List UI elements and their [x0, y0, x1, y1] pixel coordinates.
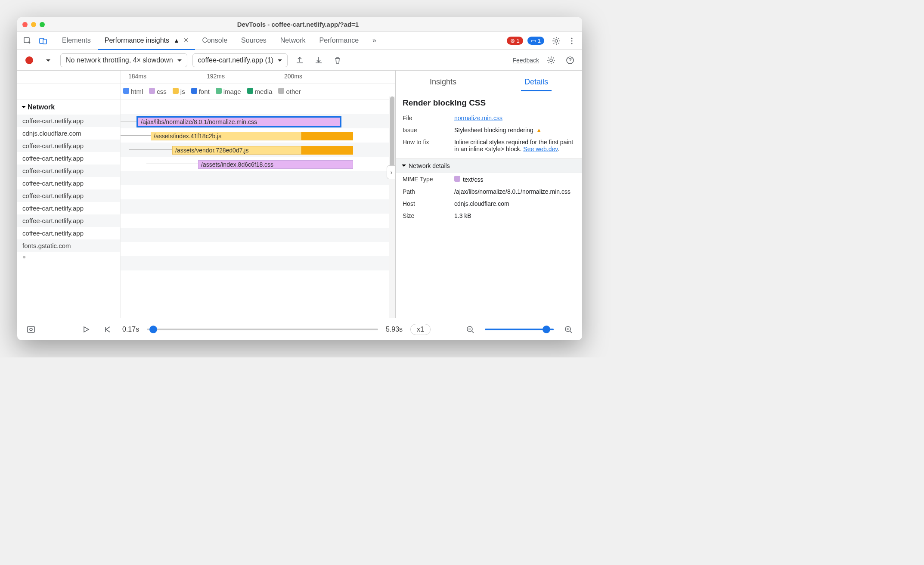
time-start: 0.17s: [122, 326, 139, 333]
tab-network[interactable]: Network: [273, 31, 313, 50]
host-row[interactable]: coffee-cart.netlify.app: [17, 227, 120, 239]
throttling-select[interactable]: No network throttling, 4× slowdown: [60, 53, 187, 67]
chevron-down-icon: [278, 59, 282, 64]
tab-insights[interactable]: Insights: [426, 73, 460, 91]
record-button[interactable]: [22, 53, 36, 67]
path-label: Path: [403, 188, 450, 195]
device-toggle-icon[interactable]: [36, 34, 50, 48]
help-icon[interactable]: [563, 53, 577, 67]
inspect-icon[interactable]: [21, 34, 34, 48]
host-row[interactable]: coffee-cart.netlify.app: [17, 177, 120, 189]
panel-settings-icon[interactable]: [544, 53, 558, 67]
host-row[interactable]: cdnjs.cloudflare.com: [17, 127, 120, 140]
zoom-out-icon[interactable]: [463, 323, 477, 336]
request-bar[interactable]: /assets/index.41f18c2b.js: [151, 132, 301, 140]
scrollbar-thumb[interactable]: [390, 96, 394, 174]
gear-icon[interactable]: [549, 34, 563, 48]
zoom-slider[interactable]: [485, 329, 554, 330]
chevron-down-icon: [402, 165, 406, 169]
origin-select[interactable]: coffee-cart.netlify.app (1): [192, 53, 288, 67]
error-count: 1: [517, 37, 520, 44]
close-tab-icon[interactable]: ×: [184, 36, 189, 45]
section-label: Network: [28, 103, 55, 111]
vertical-scrollbar[interactable]: [389, 96, 395, 318]
tab-label: Performance insights: [105, 37, 169, 44]
legend-media: media: [247, 88, 273, 95]
rewind-icon[interactable]: [101, 323, 115, 336]
chevron-down-icon: [22, 106, 26, 110]
network-section-header[interactable]: Network: [17, 100, 120, 115]
play-icon[interactable]: [79, 323, 93, 336]
host-row[interactable]: coffee-cart.netlify.app: [17, 152, 120, 165]
howto-link[interactable]: See web.dev: [523, 146, 558, 152]
issue-value: Stylesheet blocking rendering▲: [454, 127, 575, 133]
export-icon[interactable]: [293, 53, 307, 67]
tab-performance[interactable]: Performance: [312, 31, 366, 50]
svg-point-3: [555, 40, 558, 42]
request-bar[interactable]: /ajax/libs/normalize/8.0.1/normalize.min…: [138, 118, 340, 126]
request-bar[interactable]: /assets/index.8d6c6f18.css: [198, 160, 353, 169]
waterfall-panel: 184ms 192ms 200ms html css js font image…: [121, 71, 395, 318]
host-row[interactable]: coffee-cart.netlify.app: [17, 202, 120, 214]
waterfall-row[interactable]: /assets/index.41f18c2b.js: [121, 128, 395, 143]
host-row[interactable]: coffee-cart.netlify.app: [17, 189, 120, 202]
host-row[interactable]: coffee-cart.netlify.app: [17, 214, 120, 227]
waterfall-row[interactable]: /ajax/libs/normalize/8.0.1/normalize.min…: [121, 114, 395, 128]
throttling-label: No network throttling, 4× slowdown: [66, 56, 173, 64]
path-value: /ajax/libs/normalize/8.0.1/normalize.min…: [454, 188, 575, 195]
zoom-knob[interactable]: [543, 326, 550, 333]
legend-js: js: [173, 88, 185, 95]
time-slider[interactable]: [147, 329, 378, 330]
minimize-icon[interactable]: [31, 22, 36, 27]
details-heading: Render blocking CSS: [396, 91, 582, 112]
preview-icon[interactable]: [24, 323, 38, 336]
kebab-icon[interactable]: [565, 34, 579, 48]
request-bar-tail: [301, 146, 353, 155]
waterfall-row[interactable]: /assets/vendor.728ed0d7.js: [121, 143, 395, 157]
host-row[interactable]: coffee-cart.netlify.app: [17, 140, 120, 152]
tab-console[interactable]: Console: [195, 31, 234, 50]
host-row[interactable]: coffee-cart.netlify.app: [17, 115, 120, 127]
tab-performance-insights[interactable]: Performance insights ▲ ×: [98, 31, 195, 50]
record-menu-chevron[interactable]: [41, 53, 55, 67]
content-area: Network coffee-cart.netlify.appcdnjs.clo…: [17, 71, 582, 318]
host-value: cdnjs.cloudflare.com: [454, 200, 575, 207]
network-details-toggle[interactable]: Network details: [396, 158, 582, 173]
error-icon: ⊗: [510, 37, 515, 44]
file-link[interactable]: normalize.min.css: [454, 115, 502, 121]
waterfall-rows[interactable]: /ajax/libs/normalize/8.0.1/normalize.min…: [121, 100, 395, 318]
maximize-icon[interactable]: [40, 22, 45, 27]
svg-point-4: [571, 37, 572, 39]
tab-details[interactable]: Details: [521, 73, 552, 91]
speed-button[interactable]: x1: [410, 324, 431, 335]
mime-swatch: [454, 176, 460, 182]
host-row[interactable]: coffee-cart.netlify.app: [17, 165, 120, 177]
message-badge[interactable]: ▭ 1: [527, 37, 544, 45]
legend: html css js font image media other: [121, 84, 395, 100]
mime-value: text/css: [454, 176, 575, 183]
tab-elements[interactable]: Elements: [55, 31, 98, 50]
delete-icon[interactable]: [331, 53, 344, 67]
mime-label: MIME Type: [403, 176, 450, 183]
error-badge[interactable]: ⊗ 1: [507, 37, 523, 45]
warning-icon: ▲: [536, 127, 542, 133]
zoom-in-icon[interactable]: [561, 323, 575, 336]
slider-knob[interactable]: [149, 326, 157, 333]
svg-point-10: [30, 328, 32, 331]
tab-overflow[interactable]: »: [366, 31, 383, 50]
left-panel: Network coffee-cart.netlify.appcdnjs.clo…: [17, 71, 121, 318]
close-icon[interactable]: [22, 22, 28, 27]
import-icon[interactable]: [312, 53, 326, 67]
timeline-header[interactable]: 184ms 192ms 200ms: [121, 71, 395, 84]
waterfall-row[interactable]: /assets/index.8d6c6f18.css: [121, 157, 395, 171]
whisker: [121, 135, 151, 136]
legend-other: other: [278, 88, 301, 95]
expand-handle[interactable]: ›: [387, 165, 395, 179]
origin-label: coffee-cart.netlify.app (1): [198, 56, 274, 64]
feedback-link[interactable]: Feedback: [513, 57, 539, 64]
top-tab-row: Elements Performance insights ▲ × Consol…: [17, 32, 582, 50]
request-bar[interactable]: /assets/vendor.728ed0d7.js: [172, 146, 301, 155]
tab-sources[interactable]: Sources: [234, 31, 273, 50]
size-label: Size: [403, 212, 450, 219]
host-row[interactable]: fonts.gstatic.com: [17, 239, 120, 252]
